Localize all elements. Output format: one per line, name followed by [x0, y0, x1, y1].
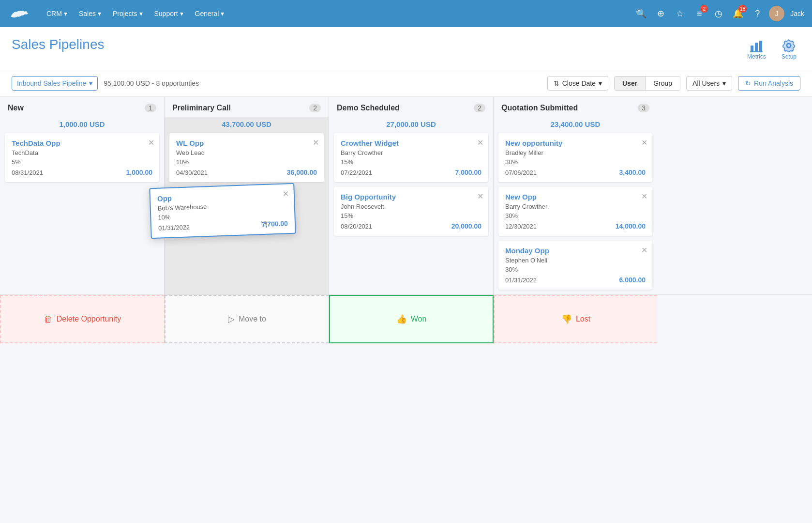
- help-icon[interactable]: ?: [750, 6, 765, 21]
- column-title-new: New: [8, 104, 24, 112]
- app-logo[interactable]: [8, 5, 32, 22]
- card-amount: 36,000.00: [287, 169, 317, 176]
- notifications-icon[interactable]: 🔔 18: [730, 6, 746, 21]
- kanban-column-new: New 1 1,000.00 USD TechData Opp TechData…: [0, 97, 165, 294]
- drop-zone-move[interactable]: ▷ Move to: [165, 295, 329, 343]
- card-footer: 07/06/2021 3,400.00: [505, 169, 646, 176]
- card-title[interactable]: TechData Opp: [12, 139, 152, 147]
- card-close-icon[interactable]: ✕: [641, 246, 647, 255]
- card-amount: 14,000.00: [616, 222, 646, 230]
- column-title-demo: Demo Scheduled: [337, 104, 400, 112]
- cards-quotation: New opportunity Bradley Miller 30% 07/06…: [494, 133, 657, 294]
- tasks-icon[interactable]: ≡ 2: [692, 6, 707, 21]
- card-date: 07/22/2021: [341, 169, 372, 176]
- avatar[interactable]: J: [769, 6, 784, 21]
- card-title[interactable]: Big Opportunity: [341, 193, 481, 201]
- search-icon[interactable]: 🔍: [633, 6, 649, 21]
- all-users-button[interactable]: All Users ▾: [686, 76, 732, 91]
- column-header-preliminary: Preliminary Call 2: [165, 97, 329, 117]
- trash-icon: 🗑: [44, 314, 53, 324]
- column-title-preliminary: Preliminary Call: [172, 104, 231, 112]
- svg-point-1: [25, 11, 27, 13]
- card-wl-opp[interactable]: WL Opp Web Lead 10% 04/30/2021 36,000.00…: [169, 133, 324, 182]
- card-date: 04/30/2021: [176, 169, 208, 176]
- card-amount: 1,000.00: [126, 169, 153, 176]
- group-filter-btn[interactable]: Group: [646, 77, 680, 90]
- nav-crm[interactable]: CRM ▾: [42, 7, 72, 20]
- card-title[interactable]: Monday Opp: [505, 246, 646, 255]
- metrics-button[interactable]: Metrics: [743, 37, 770, 62]
- nav-sales[interactable]: Sales ▾: [74, 7, 106, 20]
- column-header-demo: Demo Scheduled 2: [329, 97, 493, 117]
- thumbs-up-icon: 👍: [396, 314, 407, 324]
- drop-zone-won[interactable]: 👍 Won: [329, 295, 494, 343]
- pipeline-stats: 95,100.00 USD - 8 opportunties: [104, 79, 199, 87]
- card-company: John Roosevelt: [341, 203, 481, 210]
- card-company: Stephen O'Neil: [505, 257, 646, 264]
- card-percent: 30%: [505, 266, 646, 273]
- card-footer: 04/30/2021 36,000.00: [176, 169, 317, 176]
- user-filter-btn[interactable]: User: [615, 77, 646, 90]
- nav-support[interactable]: Support ▾: [150, 7, 188, 20]
- setup-button[interactable]: Setup: [778, 37, 800, 62]
- refresh-icon: ↻: [745, 79, 751, 87]
- cards-demo: Crowther Widget Barry Crowther 15% 07/22…: [329, 133, 493, 294]
- column-count-quotation: 3: [638, 104, 649, 112]
- page-header: Sales Pipelines Metrics Setup: [0, 27, 812, 70]
- svg-rect-3: [755, 43, 758, 51]
- card-techdata-opp[interactable]: TechData Opp TechData 5% 08/31/2021 1,00…: [5, 133, 159, 182]
- card-date: 07/06/2021: [505, 169, 537, 176]
- card-percent: 30%: [505, 158, 646, 166]
- column-header-quotation: Quotation Submitted 3: [494, 97, 657, 117]
- dropdown-arrow-icon: ▾: [89, 79, 92, 87]
- card-title[interactable]: New opportunity: [505, 139, 646, 147]
- card-company: Barry Crowther: [505, 203, 646, 210]
- column-total-quotation: 23,400.00 USD: [494, 117, 657, 133]
- nav-actions: 🔍 ⊕ ☆ ≡ 2 ◷ 🔔 18 ? J Jack: [633, 6, 804, 21]
- card-company: Barry Crowther: [341, 149, 481, 156]
- card-close-icon[interactable]: ✕: [477, 138, 483, 147]
- drop-zone-delete[interactable]: 🗑 Delete Opportunity: [0, 295, 165, 343]
- card-title[interactable]: Crowther Widget: [341, 139, 481, 147]
- card-footer: 07/22/2021 7,000.00: [341, 169, 481, 176]
- column-total-new: 1,000.00 USD: [0, 117, 164, 133]
- card-date: 08/31/2021: [12, 169, 43, 176]
- card-amount: 6,000.00: [619, 276, 646, 284]
- column-count-demo: 2: [474, 104, 485, 112]
- nav-general[interactable]: General ▾: [190, 7, 229, 20]
- card-percent: 15%: [341, 158, 481, 166]
- card-amount: 7,000.00: [455, 169, 482, 176]
- card-percent: 5%: [12, 158, 152, 166]
- pipeline-selector[interactable]: Inbound Sales Pipeline ▾: [12, 76, 98, 91]
- bar-chart-icon: [750, 39, 763, 52]
- thumbs-down-icon: 👎: [561, 314, 572, 324]
- card-amount: 20,000.00: [451, 222, 481, 230]
- card-percent: 30%: [505, 212, 646, 219]
- card-close-icon[interactable]: ✕: [477, 192, 483, 201]
- card-close-icon[interactable]: ✕: [641, 138, 647, 147]
- card-big-opportunity[interactable]: Big Opportunity John Roosevelt 15% 08/20…: [334, 187, 488, 236]
- star-icon[interactable]: ☆: [672, 6, 688, 21]
- card-close-icon[interactable]: ✕: [313, 138, 319, 147]
- sort-dropdown-icon: ▾: [599, 79, 602, 87]
- nav-projects[interactable]: Projects ▾: [108, 7, 148, 20]
- card-close-icon[interactable]: ✕: [148, 138, 154, 147]
- sort-button[interactable]: ⇅ Close Date ▾: [547, 76, 608, 91]
- card-title[interactable]: WL Opp: [176, 139, 317, 147]
- drop-zone-lost[interactable]: 👎 Lost: [494, 295, 657, 343]
- card-percent: 15%: [341, 212, 481, 219]
- add-icon[interactable]: ⊕: [653, 6, 668, 21]
- run-analysis-button[interactable]: ↻ Run Analysis: [738, 76, 800, 91]
- svg-rect-5: [750, 51, 763, 52]
- card-new-opp[interactable]: New Opp Barry Crowther 30% 12/30/2021 14…: [498, 187, 652, 236]
- card-crowther-widget[interactable]: Crowther Widget Barry Crowther 15% 07/22…: [334, 133, 488, 182]
- clock-icon[interactable]: ◷: [711, 6, 726, 21]
- card-footer: 08/31/2021 1,000.00: [12, 169, 152, 176]
- cards-preliminary: WL Opp Web Lead 10% 04/30/2021 36,000.00…: [165, 133, 329, 294]
- card-title[interactable]: New Opp: [505, 193, 646, 201]
- card-monday-opp[interactable]: Monday Opp Stephen O'Neil 30% 01/31/2022…: [498, 241, 652, 290]
- card-close-icon[interactable]: ✕: [641, 192, 647, 201]
- card-new-opportunity[interactable]: New opportunity Bradley Miller 30% 07/06…: [498, 133, 652, 182]
- tasks-badge: 2: [700, 5, 708, 13]
- move-label: Move to: [239, 315, 266, 323]
